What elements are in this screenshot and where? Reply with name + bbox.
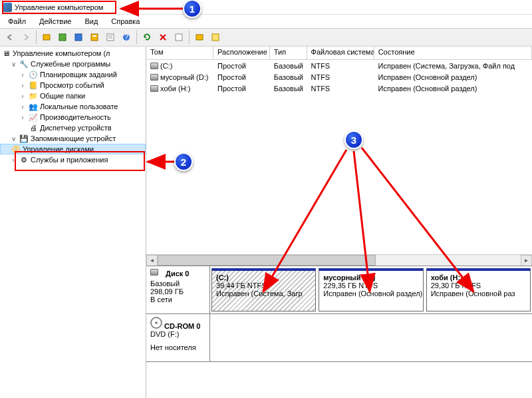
tree-root-label: Управление компьютером (л	[13, 49, 110, 57]
toolbar-icon-4[interactable]	[87, 30, 102, 45]
tree-label: Службы и приложения	[31, 156, 108, 164]
computer-management-icon	[3, 3, 12, 12]
vol-type-cell: Базовый	[270, 71, 307, 83]
tree-scheduler[interactable]: ›🕒Планировщик заданий	[0, 69, 146, 80]
volume-row[interactable]: (C:)ПростойБазовыйNTFSИсправен (Система,…	[146, 60, 532, 71]
partition-size: 39,44 ГБ NTFS	[216, 282, 311, 290]
horizontal-scrollbar[interactable]: ◄ ►	[146, 254, 532, 266]
expand-icon[interactable]: ›	[19, 114, 27, 121]
partition-status: Исправен (Основной раздел)	[323, 290, 418, 298]
disk-state: В сети	[150, 296, 205, 303]
scroll-left-icon[interactable]: ◄	[146, 255, 158, 266]
collapse-icon[interactable]: ∨	[9, 61, 17, 68]
svg-rect-2	[75, 34, 82, 41]
tree-storage[interactable]: ∨💾Запоминающие устройст	[0, 133, 146, 144]
vol-fs-cell: NTFS	[307, 83, 374, 94]
collapse-icon[interactable]: ∨	[9, 135, 17, 142]
tree-events[interactable]: ›📒Просмотр событий	[0, 80, 146, 91]
vol-layout-cell: Простой	[213, 71, 270, 83]
expand-icon[interactable]: ›	[19, 82, 27, 89]
partition-name: хоби (H:)	[431, 274, 526, 282]
svg-rect-0	[43, 35, 50, 40]
expand-icon[interactable]: ›	[19, 71, 27, 79]
toolbar: ?	[0, 28, 532, 47]
svg-rect-4	[92, 35, 96, 37]
right-pane: Том Расположение Тип Файловая система Со…	[146, 47, 532, 398]
expand-icon[interactable]: ›	[9, 156, 17, 164]
svg-rect-11	[196, 35, 203, 40]
window-title: Управление компьютером	[15, 3, 529, 11]
vol-name-cell: (C:)	[146, 60, 213, 71]
volume-list: Том Расположение Тип Файловая система Со…	[146, 47, 532, 266]
expand-icon[interactable]: ›	[19, 103, 27, 110]
tree-services[interactable]: ›⚙Службы и приложения	[0, 154, 146, 165]
col-status[interactable]: Состояние	[374, 47, 532, 59]
cdrom-state: Нет носителя	[150, 343, 205, 351]
col-type[interactable]: Тип	[270, 47, 307, 59]
menu-file[interactable]: Файл	[3, 16, 31, 27]
users-icon: 👥	[29, 102, 38, 111]
toolbar-icon-1[interactable]	[39, 30, 54, 45]
tree-devmgr[interactable]: 🖨Диспетчер устройств	[0, 122, 146, 133]
col-volume[interactable]: Том	[146, 47, 213, 59]
partition[interactable]: мусорный (D:)229,35 ГБ NTFSИсправен (Осн…	[319, 268, 423, 311]
back-button[interactable]	[3, 30, 17, 45]
volume-row[interactable]: мусорный (D:)ПростойБазовыйNTFSИсправен …	[146, 71, 532, 83]
tree-label: Служебные программы	[31, 60, 110, 68]
toolbar-icon-list[interactable]	[172, 30, 186, 45]
tree-perf[interactable]: ›📈Производительность	[0, 112, 146, 122]
toolbar-icon-2[interactable]	[55, 30, 70, 45]
partition[interactable]: (C:)39,44 ГБ NTFSИсправен (Система, Загр	[211, 268, 316, 311]
menu-help[interactable]: Справка	[106, 16, 145, 27]
col-fs[interactable]: Файловая система	[307, 47, 374, 59]
disk-row-0: Диск 0 Базовый 298,09 ГБ В сети (C:)39,4…	[146, 266, 532, 314]
computer-icon: 🖥	[1, 49, 11, 58]
delete-icon[interactable]	[156, 30, 170, 45]
partition-status: Исправен (Система, Загр	[216, 290, 311, 298]
partition-status: Исправен (Основной раз	[431, 290, 526, 298]
cdrom-icon	[150, 317, 162, 329]
volume-list-header: Том Расположение Тип Файловая система Со…	[146, 47, 532, 60]
scrollbar-track[interactable]	[158, 255, 521, 266]
tree-shared[interactable]: ›📁Общие папки	[0, 91, 146, 101]
partition[interactable]: хоби (H:)29,30 ГБ NTFSИсправен (Основной…	[426, 268, 531, 311]
menu-view[interactable]: Вид	[79, 16, 103, 27]
tree-disk-management[interactable]: 📀Управление дисками	[0, 144, 146, 154]
disk-0-info[interactable]: Диск 0 Базовый 298,09 ГБ В сети	[146, 266, 210, 313]
forward-button[interactable]	[19, 30, 33, 45]
scrollbar-thumb[interactable]	[158, 255, 376, 266]
cdrom-type: DVD (F:)	[150, 330, 205, 338]
help-icon[interactable]: ?	[119, 30, 134, 45]
vol-status-cell: Исправен (Система, Загрузка, Файл под	[374, 60, 532, 71]
toolbar-icon-5[interactable]	[192, 30, 207, 45]
tree-users[interactable]: ›👥Локальные пользовате	[0, 101, 146, 112]
col-layout[interactable]: Расположение	[213, 47, 270, 59]
device-manager-icon: 🖨	[29, 123, 38, 132]
event-viewer-icon: 📒	[29, 81, 38, 90]
scroll-right-icon[interactable]: ►	[521, 255, 532, 266]
toolbar-separator	[36, 31, 37, 44]
tree-label: Просмотр событий	[40, 81, 104, 89]
properties-icon[interactable]	[103, 30, 118, 45]
toolbar-icon-6[interactable]	[208, 30, 223, 45]
svg-text:?: ?	[124, 33, 128, 41]
toolbar-icon-3[interactable]	[71, 30, 86, 45]
menu-action[interactable]: Действие	[34, 16, 76, 27]
disk-name: Диск 0	[166, 270, 189, 278]
vol-fs-cell: NTFS	[307, 71, 374, 83]
expand-icon[interactable]: ›	[19, 93, 27, 100]
tree-label: Планировщик заданий	[40, 71, 117, 79]
volume-row[interactable]: хоби (H:)ПростойБазовыйNTFSИсправен (Осн…	[146, 83, 532, 94]
cdrom-info[interactable]: CD-ROM 0 DVD (F:) Нет носителя	[146, 314, 210, 361]
tree-root[interactable]: 🖥Управление компьютером (л	[0, 48, 146, 59]
tree-system-tools[interactable]: ∨🔧Служебные программы	[0, 59, 146, 69]
tree-label: Диспетчер устройств	[40, 124, 112, 132]
refresh-icon[interactable]	[140, 30, 154, 45]
tree-label: Запоминающие устройст	[31, 134, 116, 142]
vol-layout-cell: Простой	[213, 83, 270, 94]
svg-rect-1	[59, 34, 66, 41]
tree-label: Локальные пользовате	[40, 102, 118, 110]
vol-status-cell: Исправен (Основной раздел)	[374, 71, 532, 83]
drive-icon	[150, 85, 158, 92]
svg-rect-12	[212, 34, 219, 41]
